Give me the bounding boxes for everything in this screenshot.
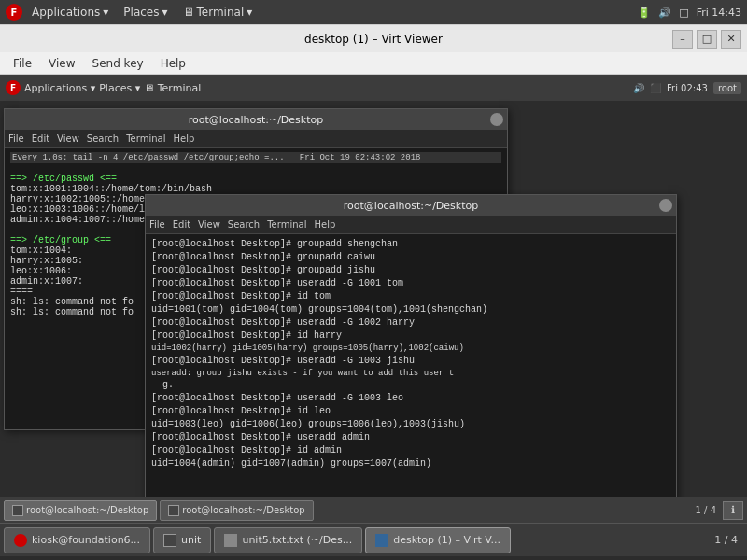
- menu-view[interactable]: View: [41, 55, 82, 72]
- inner-clock: Fri 02:43: [667, 83, 708, 93]
- inner-places-chevron: ▾: [135, 82, 141, 94]
- term1-menu-edit[interactable]: Edit: [32, 133, 49, 144]
- inner-network-icon: ⬛: [650, 83, 661, 93]
- term1-passwd-tom: tom:x:1001:1004::/home/tom:/bin/bash: [10, 184, 501, 194]
- clock-display: Fri 14:43: [697, 7, 741, 19]
- outer-top-taskbar: F Applications ▾ Places ▾ 🖥 Terminal ▾ 🔋…: [0, 0, 747, 24]
- virt-viewer-window: desktop (1) – Virt Viewer – □ ✕ File Vie…: [0, 24, 747, 523]
- term2-menu-file[interactable]: File: [149, 219, 165, 230]
- cmd-id-tom: [root@localhost Desktop]# id tom: [151, 290, 670, 303]
- outer-page-indicator: 1 / 4: [714, 534, 743, 546]
- term2-menu-edit[interactable]: Edit: [173, 219, 190, 230]
- outer-taskbtn-unit[interactable]: unit: [153, 527, 211, 553]
- outer-taskbtn-virtviewer[interactable]: desktop (1) – Virt V...: [365, 527, 511, 553]
- terminal-window-2: root@localhost:~/Desktop File Edit View …: [145, 194, 677, 511]
- inner-taskbtn-2-label: root@localhost:~/Desktop: [182, 505, 304, 515]
- term2-menu-view[interactable]: View: [198, 219, 220, 230]
- inner-places-label: Places: [99, 82, 132, 94]
- inner-taskbtn-1[interactable]: root@localhost:~/Desktop: [4, 500, 157, 521]
- applications-label: Applications: [32, 6, 100, 19]
- unit-icon: [163, 534, 176, 547]
- cmd-id-admin: [root@localhost Desktop]# id admin: [151, 444, 670, 457]
- term1-title: root@localhost:~/Desktop: [189, 114, 323, 126]
- volume-icon: 🔊: [658, 7, 671, 19]
- inner-taskbtn-2[interactable]: root@localhost:~/Desktop: [160, 500, 313, 521]
- txt-file-icon: [224, 534, 237, 547]
- unit-label: unit: [181, 534, 201, 546]
- places-chevron-icon: ▾: [162, 6, 168, 19]
- inner-taskbar: F Applications ▾ Places ▾ 🖥 Terminal 🔊 ⬛…: [0, 75, 747, 101]
- window-controls: – □ ✕: [672, 30, 741, 49]
- top-right-area: 🔋 🔊 □ Fri 14:43: [638, 7, 741, 19]
- menu-sendkey[interactable]: Send key: [85, 55, 151, 72]
- virt-icon: [375, 534, 388, 547]
- output-id-tom: uid=1001(tom) gid=1004(tom) groups=1004(…: [151, 303, 670, 316]
- cmd-id-leo: [root@localhost Desktop]# id leo: [151, 405, 670, 418]
- terminal-label: Terminal: [197, 6, 245, 19]
- kiosk-icon: [14, 534, 27, 547]
- term1-menu-search[interactable]: Search: [87, 133, 119, 144]
- term2-body: [root@localhost Desktop]# groupadd sheng…: [146, 234, 676, 511]
- output-useradd-jishu2: -g.: [151, 379, 670, 392]
- menu-help[interactable]: Help: [153, 55, 193, 72]
- chevron-down-icon: ▾: [103, 6, 108, 19]
- watch-line: Every 1.0s: tail -n 4 /etc/passwd /etc/g…: [10, 152, 501, 163]
- virt-window-title: desktop (1) – Virt Viewer: [304, 33, 443, 46]
- close-button[interactable]: ✕: [721, 30, 741, 49]
- terminal-tab[interactable]: 🖥 Terminal ▾: [177, 4, 259, 21]
- inner-applications-menu[interactable]: Applications ▾: [24, 82, 95, 94]
- cmd-id-harry: [root@localhost Desktop]# id harry: [151, 329, 670, 343]
- term2-menu-terminal[interactable]: Terminal: [267, 219, 306, 230]
- term2-titlebar: root@localhost:~/Desktop: [146, 195, 676, 216]
- term1-menu-terminal[interactable]: Terminal: [126, 133, 165, 144]
- term1-section1-header: ==> /etc/passwd <==: [10, 174, 501, 184]
- menu-file[interactable]: File: [6, 55, 39, 72]
- minimize-button[interactable]: –: [672, 30, 693, 49]
- term1-close[interactable]: [490, 113, 503, 126]
- inner-bottom-taskbar: root@localhost:~/Desktop root@localhost:…: [0, 497, 747, 523]
- term1-menu-view[interactable]: View: [57, 133, 79, 144]
- terminal-icon-2: [168, 505, 179, 516]
- output-id-harry: uid=1002(harry) gid=1005(harry) groups=1…: [151, 343, 670, 355]
- places-label: Places: [123, 6, 159, 19]
- applications-menu[interactable]: Applications ▾: [26, 4, 114, 21]
- inner-os-logo: F: [6, 80, 21, 95]
- term1-menu-help[interactable]: Help: [173, 133, 194, 144]
- inner-terminal-icon: 🖥: [144, 82, 154, 94]
- cmd-useradd-tom: [root@localhost Desktop]# useradd -G 100…: [151, 277, 670, 290]
- output-id-leo: uid=1003(leo) gid=1006(leo) groups=1006(…: [151, 418, 670, 431]
- terminal-area: root@localhost:~/Desktop File Edit View …: [0, 101, 747, 523]
- kiosk-label: kiosk@foundation6...: [32, 534, 140, 546]
- maximize-button[interactable]: □: [697, 30, 717, 49]
- inner-terminal-label: Terminal: [158, 82, 202, 94]
- terminal-icon: [12, 505, 23, 516]
- virtviewer-label: desktop (1) – Virt V...: [393, 534, 500, 546]
- inner-info-btn[interactable]: ℹ: [723, 501, 743, 520]
- outer-taskbtn-kiosk[interactable]: kiosk@foundation6...: [4, 527, 150, 553]
- inner-taskbtn-1-label: root@localhost:~/Desktop: [26, 505, 148, 515]
- cmd-useradd-harry: [root@localhost Desktop]# useradd -G 100…: [151, 316, 670, 329]
- cmd-groupadd-caiwu: [root@localhost Desktop]# groupadd caiwu: [151, 251, 670, 264]
- output-useradd-jishu: useradd: group jishu exists - if you wan…: [151, 368, 670, 380]
- outer-bottom-taskbar: kiosk@foundation6... unit unit5.txt.txt …: [0, 523, 747, 556]
- inner-terminal-menu[interactable]: 🖥 Terminal: [144, 82, 201, 94]
- inner-applications-chevron: ▾: [91, 82, 96, 94]
- term1-menu-file[interactable]: File: [8, 133, 24, 144]
- term2-title: root@localhost:~/Desktop: [344, 200, 478, 212]
- term1-menubar: File Edit View Search Terminal Help: [5, 130, 507, 148]
- virt-titlebar: desktop (1) – Virt Viewer – □ ✕: [0, 24, 747, 52]
- term2-close[interactable]: [659, 199, 672, 212]
- term2-menu-help[interactable]: Help: [314, 219, 335, 230]
- cmd-useradd-admin: [root@localhost Desktop]# useradd admin: [151, 431, 670, 444]
- inner-places-menu[interactable]: Places ▾: [99, 82, 140, 94]
- os-logo: F: [6, 4, 22, 21]
- inner-volume-icon: 🔊: [633, 83, 644, 93]
- term2-menubar: File Edit View Search Terminal Help: [146, 216, 676, 234]
- cmd-groupadd-jishu: [root@localhost Desktop]# groupadd jishu: [151, 264, 670, 277]
- cmd-groupadd-shengchan: [root@localhost Desktop]# groupadd sheng…: [151, 238, 670, 251]
- term2-menu-search[interactable]: Search: [228, 219, 260, 230]
- places-menu[interactable]: Places ▾: [118, 4, 173, 21]
- outer-taskbtn-unit5[interactable]: unit5.txt.txt (~/Des...: [214, 527, 362, 553]
- term1-titlebar: root@localhost:~/Desktop: [5, 109, 507, 130]
- terminal-chevron-icon: ▾: [247, 6, 252, 19]
